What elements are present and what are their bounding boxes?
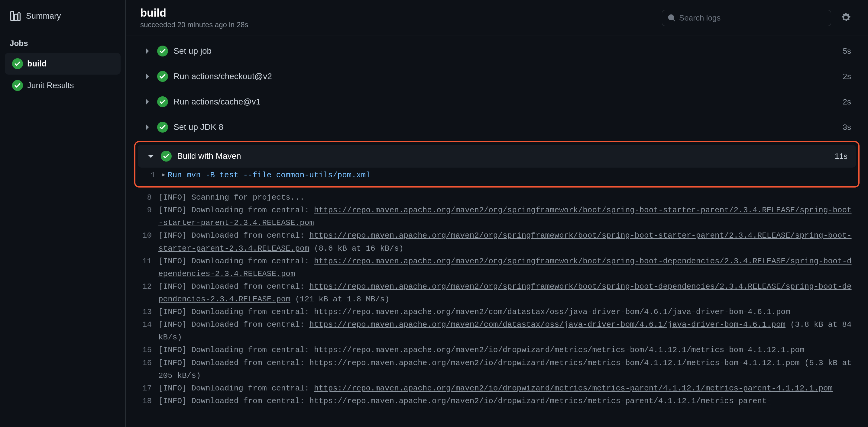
step-build-maven[interactable]: Build with Maven 11s bbox=[138, 145, 856, 168]
step-jdk[interactable]: Set up JDK 8 3s bbox=[134, 116, 860, 139]
search-input-wrap[interactable] bbox=[662, 10, 831, 26]
topbar: build succeeded 20 minutes ago in 28s bbox=[126, 0, 868, 36]
gear-icon bbox=[841, 13, 851, 23]
line-number: 13 bbox=[140, 306, 158, 318]
success-icon bbox=[12, 58, 23, 69]
log-url[interactable]: https://repo.maven.apache.org/maven2/io/… bbox=[309, 396, 771, 405]
log-line[interactable]: 9[INFO] Downloading from central: https:… bbox=[140, 204, 854, 229]
success-icon bbox=[157, 122, 168, 133]
log-line[interactable]: 11[INFO] Downloading from central: https… bbox=[140, 255, 854, 280]
log-text: [INFO] Downloaded from central: https://… bbox=[158, 357, 854, 382]
log-text: [INFO] Downloading from central: https:/… bbox=[158, 306, 854, 318]
step-cache[interactable]: Run actions/cache@v1 2s bbox=[134, 90, 860, 113]
main: build succeeded 20 minutes ago in 28s bbox=[126, 0, 868, 427]
chevron-right-icon bbox=[143, 97, 152, 106]
log-line[interactable]: 1 ▶ Run mvn -B test --file common-utils/… bbox=[144, 169, 850, 182]
graph-icon bbox=[10, 10, 21, 22]
step-name: Run actions/cache@v1 bbox=[174, 97, 837, 107]
log-text: [INFO] Downloading from central: https:/… bbox=[158, 204, 854, 229]
search-icon bbox=[668, 14, 676, 22]
log-text: [INFO] Downloading from central: https:/… bbox=[158, 255, 854, 280]
log-line[interactable]: 17[INFO] Downloading from central: https… bbox=[140, 382, 854, 395]
log-line[interactable]: 10[INFO] Downloaded from central: https:… bbox=[140, 229, 854, 255]
log-url[interactable]: https://repo.maven.apache.org/maven2/io/… bbox=[314, 384, 833, 393]
chevron-right-icon bbox=[143, 72, 152, 81]
steps-list: Set up job 5s Run actions/checkout@v2 2s bbox=[126, 36, 868, 427]
chevron-right-icon bbox=[143, 46, 152, 56]
step-name: Run actions/checkout@v2 bbox=[174, 72, 837, 81]
line-number: 14 bbox=[140, 318, 158, 331]
log-url[interactable]: https://repo.maven.apache.org/maven2/com… bbox=[309, 320, 785, 329]
svg-rect-0 bbox=[11, 11, 14, 21]
log-line[interactable]: 12[INFO] Downloaded from central: https:… bbox=[140, 280, 854, 306]
log-text: ▶ Run mvn -B test --file common-utils/po… bbox=[162, 169, 850, 182]
line-number: 10 bbox=[140, 229, 158, 242]
log-url[interactable]: https://repo.maven.apache.org/maven2/io/… bbox=[309, 358, 800, 367]
step-set-up-job[interactable]: Set up job 5s bbox=[134, 39, 860, 63]
success-icon bbox=[157, 71, 168, 82]
step-time: 3s bbox=[843, 123, 851, 132]
chevron-down-icon bbox=[146, 152, 155, 161]
search-input[interactable] bbox=[679, 13, 826, 23]
step-time: 2s bbox=[843, 72, 851, 81]
line-number: 18 bbox=[140, 395, 158, 407]
step-time: 5s bbox=[843, 46, 851, 56]
step-time: 11s bbox=[835, 152, 847, 161]
sidebar: Summary Jobs build Junit Results bbox=[0, 0, 126, 427]
step-checkout[interactable]: Run actions/checkout@v2 2s bbox=[134, 65, 860, 88]
chevron-right-icon bbox=[143, 123, 152, 132]
line-number: 11 bbox=[140, 255, 158, 268]
step-name: Set up JDK 8 bbox=[174, 122, 837, 132]
sidebar-item-junit-results[interactable]: Junit Results bbox=[5, 74, 121, 96]
line-number: 8 bbox=[140, 191, 158, 204]
svg-rect-1 bbox=[14, 14, 17, 21]
highlight-annotation: Build with Maven 11s 1 ▶ Run mvn -B test… bbox=[134, 141, 860, 188]
line-number: 1 bbox=[144, 169, 162, 182]
line-number: 9 bbox=[140, 204, 158, 217]
success-icon bbox=[161, 151, 172, 162]
log-text: [INFO] Downloading from central: https:/… bbox=[158, 382, 854, 395]
line-number: 17 bbox=[140, 382, 158, 395]
log-line[interactable]: 8[INFO] Scanning for projects... bbox=[140, 191, 854, 204]
log-line[interactable]: 15[INFO] Downloading from central: https… bbox=[140, 343, 854, 356]
summary-link[interactable]: Summary bbox=[5, 6, 121, 26]
log-url[interactable]: https://repo.maven.apache.org/maven2/com… bbox=[314, 307, 790, 317]
disclosure-triangle-icon[interactable]: ▶ bbox=[162, 171, 165, 179]
log-text: [INFO] Scanning for projects... bbox=[158, 191, 854, 204]
success-icon bbox=[12, 80, 23, 91]
log-line[interactable]: 16[INFO] Downloaded from central: https:… bbox=[140, 357, 854, 382]
job-label: build bbox=[27, 59, 46, 69]
log-text: [INFO] Downloading from central: https:/… bbox=[158, 343, 854, 356]
step-name: Build with Maven bbox=[177, 151, 829, 161]
success-icon bbox=[157, 96, 168, 107]
sidebar-item-build[interactable]: build bbox=[5, 53, 121, 74]
settings-button[interactable] bbox=[838, 10, 854, 25]
line-number: 15 bbox=[140, 343, 158, 356]
log-text: [INFO] Downloaded from central: https://… bbox=[158, 280, 854, 306]
page-title: build bbox=[140, 7, 655, 19]
log-text: [INFO] Downloaded from central: https://… bbox=[158, 395, 854, 407]
log-line[interactable]: 18[INFO] Downloaded from central: https:… bbox=[140, 395, 854, 407]
jobs-header: Jobs bbox=[5, 39, 121, 53]
log-text: [INFO] Downloaded from central: https://… bbox=[158, 318, 854, 343]
line-number: 16 bbox=[140, 357, 158, 369]
summary-label: Summary bbox=[26, 11, 61, 21]
step-time: 2s bbox=[843, 97, 851, 107]
job-label: Junit Results bbox=[27, 81, 74, 90]
log-line[interactable]: 13[INFO] Downloading from central: https… bbox=[140, 306, 854, 318]
page-subtitle: succeeded 20 minutes ago in 28s bbox=[140, 21, 655, 29]
line-number: 12 bbox=[140, 280, 158, 293]
log-output: 8[INFO] Scanning for projects...9[INFO] … bbox=[134, 190, 860, 410]
svg-rect-2 bbox=[18, 13, 20, 21]
log-text: [INFO] Downloaded from central: https://… bbox=[158, 229, 854, 255]
log-url[interactable]: https://repo.maven.apache.org/maven2/io/… bbox=[314, 346, 805, 355]
log-line[interactable]: 14[INFO] Downloaded from central: https:… bbox=[140, 318, 854, 343]
success-icon bbox=[157, 45, 168, 57]
step-name: Set up job bbox=[174, 46, 837, 56]
log-preview: 1 ▶ Run mvn -B test --file common-utils/… bbox=[138, 168, 856, 184]
